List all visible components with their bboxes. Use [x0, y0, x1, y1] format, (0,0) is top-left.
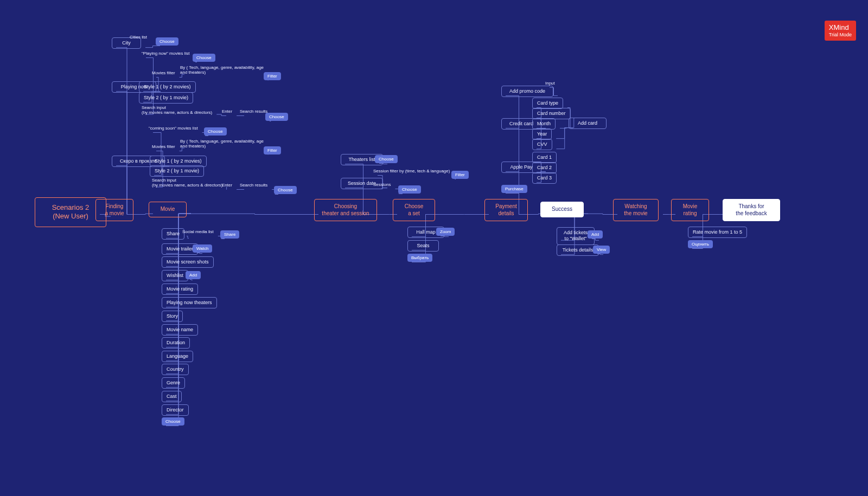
label-citiesList: Cities list	[130, 35, 147, 40]
btn-pn_listChoose[interactable]: Choose	[193, 54, 215, 62]
label-cs_filterBy: By ( Tech, language, genre, availability…	[180, 139, 264, 149]
node-choosing[interactable]: Choosingtheater and session	[314, 199, 377, 221]
node-chooseSet[interactable]: Choosea set	[393, 199, 435, 221]
node-rateMovie[interactable]: Rate movie from 1 to 5	[688, 227, 747, 238]
cc-cccvv[interactable]: CVV	[532, 139, 552, 150]
node-movie[interactable]: Movie	[149, 202, 187, 217]
btn-theatersChoose[interactable]: Choose	[375, 155, 398, 163]
movie-child-wishlist[interactable]: Wishlist	[162, 270, 188, 281]
watermark-line2: Trial Mode	[829, 32, 852, 37]
btn-addBtn[interactable]: Add	[588, 230, 603, 239]
btn-movieChoose[interactable]: Choose	[162, 417, 184, 426]
btn-sessChoose[interactable]: Choose	[398, 185, 421, 194]
movie-child-pnth[interactable]: Playing now theaters	[162, 297, 217, 308]
movie-child-share[interactable]: Share	[162, 228, 184, 240]
btn-sessFilterBtn[interactable]: Filter	[451, 171, 469, 179]
movie-child-director[interactable]: Director	[162, 404, 189, 416]
label-sessions: Sessions	[373, 182, 391, 187]
btn-cs_listChoose[interactable]: Choose	[204, 127, 227, 136]
btn-cs_searchChoose[interactable]: Choose	[274, 186, 297, 194]
xmind-watermark: XMind Trial Mode	[825, 21, 856, 41]
movie-child-btn-trailer[interactable]: Watch	[193, 244, 212, 253]
movie-child-country[interactable]: Country	[162, 364, 189, 375]
movie-child-lang[interactable]: Language	[162, 351, 193, 362]
movie-child-dur[interactable]: Duration	[162, 337, 190, 349]
label-cs_enter: Enter	[222, 183, 232, 188]
movie-child-rating[interactable]: Movie rating	[162, 284, 198, 295]
btn-pn_searchChoose[interactable]: Choose	[265, 113, 288, 121]
btn-vyb[interactable]: Выбрать	[407, 254, 432, 262]
label-cs_results: Search results	[240, 183, 267, 188]
btn-zoom[interactable]: Zoom	[436, 228, 455, 236]
watermark-line1: XMind	[829, 24, 852, 32]
label-cs_filter: Movies filter	[152, 144, 175, 149]
node-cs_style2[interactable]: Style 2 ( by 1 movie)	[150, 165, 204, 177]
node-seats[interactable]: Seats	[407, 240, 439, 252]
label-promoInput: Input	[545, 81, 555, 86]
btn-chooseCity[interactable]: Choose	[156, 37, 178, 46]
label-sessFilterBy: Session filter by (time, tech & language…	[373, 169, 450, 173]
movie-child-label-share: Social media list	[182, 229, 214, 234]
label-pn_filterBy: By ( Tech, language, genre, availability…	[180, 65, 264, 75]
movie-child-shots[interactable]: Movie screen shots	[162, 256, 214, 268]
movie-child-mname[interactable]: Movie name	[162, 324, 198, 336]
node-promo[interactable]: Add promo code	[501, 86, 553, 97]
movie-child-cast[interactable]: Cast	[162, 391, 182, 402]
label-pn_search: Search input(by movies name, actors & di…	[142, 105, 212, 115]
node-success[interactable]: Success	[540, 202, 584, 217]
btn-ocenit[interactable]: Оценить	[688, 240, 713, 248]
node-pn_style2[interactable]: Style 2 ( by 1 movie)	[139, 92, 193, 104]
label-pn_results: Search results	[240, 109, 267, 114]
node-watching[interactable]: Watchingthe movie	[613, 199, 659, 221]
label-pn_enter: Enter	[222, 109, 232, 114]
node-movieRating[interactable]: Movierating	[671, 199, 709, 221]
label-cs_list: "coming soon" movies list	[149, 126, 198, 131]
node-pn_style1[interactable]: Style 1 ( by 2 movies)	[139, 81, 196, 93]
label-cs_search: Search input(by movies name, actors & di…	[152, 178, 222, 188]
btn-pn_filterBtn[interactable]: Filter	[264, 72, 281, 80]
node-addCard[interactable]: Add card	[569, 118, 607, 129]
btn-purchase[interactable]: Purchase	[501, 185, 527, 193]
movie-child-btn-wishlist[interactable]: Add	[186, 271, 201, 279]
btn-viewBtn[interactable]: View	[593, 246, 610, 254]
movie-child-genre[interactable]: Genre	[162, 377, 185, 389]
node-thanks[interactable]: Thanks forthe feedback	[723, 199, 780, 221]
node-payment[interactable]: Paymentdetails	[484, 199, 528, 221]
movie-child-story[interactable]: Story	[162, 311, 183, 322]
node-findingMovie[interactable]: Findinga movie	[95, 199, 133, 221]
label-pn_list: "Playing now" movies list	[142, 51, 189, 56]
label-pn_filter: Movies filter	[152, 70, 175, 75]
btn-cs_filterBtn[interactable]: Filter	[264, 146, 281, 154]
movie-child-btn-share[interactable]: Share	[220, 230, 239, 239]
ap-ap3[interactable]: Card 3	[532, 172, 557, 184]
